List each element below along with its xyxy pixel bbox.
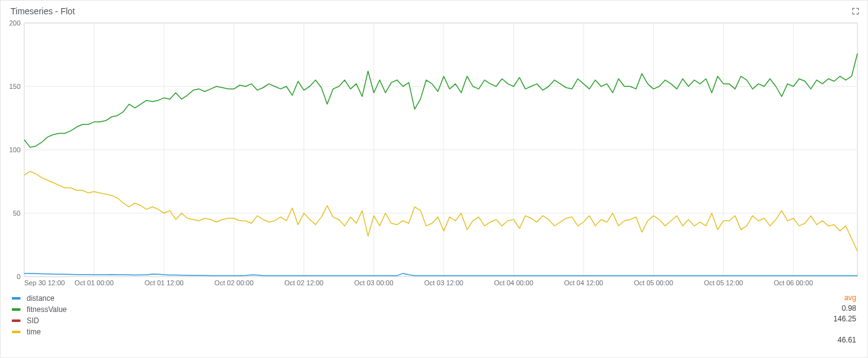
series-time — [24, 172, 857, 252]
legend-item-time[interactable]: time — [12, 326, 66, 337]
legend-label: time — [27, 328, 41, 336]
svg-text:100: 100 — [9, 146, 20, 154]
svg-text:Oct 05 12:00: Oct 05 12:00 — [704, 279, 743, 287]
svg-text:Oct 04 12:00: Oct 04 12:00 — [564, 279, 603, 287]
svg-text:Oct 01 00:00: Oct 01 00:00 — [75, 279, 114, 287]
svg-text:Oct 04 00:00: Oct 04 00:00 — [494, 279, 533, 287]
legend-value-header: avg — [819, 293, 856, 303]
svg-text:Oct 06 00:00: Oct 06 00:00 — [774, 279, 813, 287]
legend-label: SID — [27, 316, 39, 325]
expand-icon[interactable] — [851, 7, 860, 16]
svg-text:Sep 30 12:00: Sep 30 12:00 — [24, 279, 65, 287]
panel-header: Timeseries - Flot — [1, 1, 867, 22]
legend-swatch — [12, 319, 20, 322]
panel-title: Timeseries - Flot — [11, 6, 75, 16]
chart-area[interactable]: 050100150200Sep 30 12:00Oct 01 00:00Oct … — [7, 22, 861, 290]
svg-text:Oct 03 12:00: Oct 03 12:00 — [424, 279, 463, 287]
legend-swatch — [12, 308, 20, 311]
series-fitnessValue — [24, 53, 857, 147]
series-distance — [24, 273, 857, 276]
svg-text:Oct 02 00:00: Oct 02 00:00 — [214, 279, 253, 287]
legend-value-fitnessvalue: 146.25 — [819, 314, 856, 324]
legend-values: avg 0.98 146.25 46.61 — [819, 293, 856, 346]
svg-text:200: 200 — [9, 19, 20, 27]
legend-value-distance: 0.98 — [819, 303, 856, 314]
legend-item-sid[interactable]: SID — [12, 315, 66, 326]
legend: distance fitnessValue SID time avg 0.98 … — [1, 290, 867, 349]
legend-swatch — [12, 297, 20, 300]
timeseries-panel: Timeseries - Flot 050100150200Sep 30 12:… — [0, 0, 868, 358]
svg-text:Oct 02 12:00: Oct 02 12:00 — [284, 279, 323, 287]
svg-text:50: 50 — [13, 209, 20, 217]
svg-text:0: 0 — [17, 273, 20, 280]
svg-text:150: 150 — [9, 83, 20, 90]
legend-swatch — [12, 331, 20, 333]
legend-item-fitnessvalue[interactable]: fitnessValue — [12, 304, 66, 314]
legend-series-list: distance fitnessValue SID time — [12, 293, 66, 337]
legend-label: distance — [27, 294, 55, 303]
svg-text:Oct 01 12:00: Oct 01 12:00 — [145, 279, 184, 287]
legend-label: fitnessValue — [27, 305, 66, 314]
legend-value-time: 46.61 — [819, 335, 856, 346]
chart-svg: 050100150200Sep 30 12:00Oct 01 00:00Oct … — [7, 22, 861, 290]
legend-value-sid — [819, 324, 856, 335]
svg-text:Oct 03 00:00: Oct 03 00:00 — [355, 279, 394, 287]
legend-item-distance[interactable]: distance — [12, 293, 66, 303]
svg-text:Oct 05 00:00: Oct 05 00:00 — [634, 279, 673, 287]
